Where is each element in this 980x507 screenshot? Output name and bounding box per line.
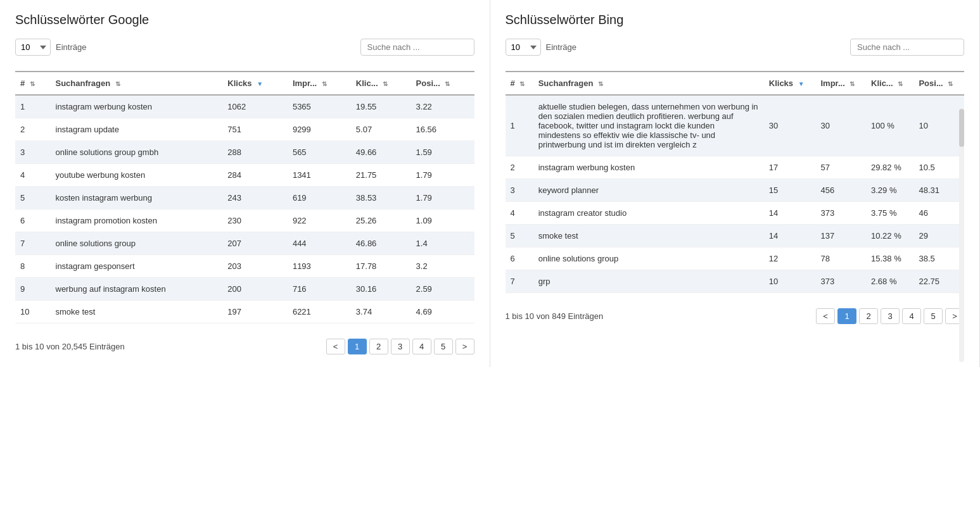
- bing-col-suchanfragen[interactable]: Suchanfragen ⇅: [533, 72, 764, 95]
- bing-col-klicks[interactable]: Klicks ▼: [764, 72, 816, 95]
- bing-entries-select[interactable]: 10 25 50 100: [506, 39, 541, 56]
- bing-page-2[interactable]: 2: [859, 308, 878, 324]
- bing-footer: 1 bis 10 von 849 Einträgen < 1 2 3 4 5 >: [506, 301, 965, 324]
- cell-impr: 1341: [288, 164, 351, 187]
- table-row: 5 kosten instagram werbung 243 619 38.53…: [15, 187, 474, 210]
- bing-sort-icon-num: ⇅: [519, 80, 525, 87]
- google-col-num[interactable]: # ⇅: [15, 72, 51, 95]
- bing-sort-icon-klic: ⇅: [898, 80, 903, 87]
- cell-suchanfragen: instagram werbung kosten: [51, 95, 223, 118]
- google-prev-btn[interactable]: <: [326, 339, 345, 354]
- bing-col-impr[interactable]: Impr... ⇅: [815, 72, 866, 95]
- bing-controls-left: 10 25 50 100 Einträge: [506, 39, 576, 56]
- cell-impr: 30: [815, 95, 866, 156]
- cell-num: 3: [15, 141, 51, 164]
- cell-impr: 922: [288, 210, 351, 232]
- cell-num: 9: [15, 278, 51, 301]
- google-entries-select[interactable]: 10 25 50 100: [15, 39, 51, 56]
- google-page-2[interactable]: 2: [369, 339, 388, 354]
- google-page-5[interactable]: 5: [434, 339, 453, 354]
- cell-klicks: 30: [764, 95, 816, 156]
- google-col-klic[interactable]: Klic... ⇅: [351, 72, 411, 95]
- google-col-impr[interactable]: Impr... ⇅: [288, 72, 351, 95]
- bing-search-input[interactable]: [850, 39, 964, 56]
- cell-suchanfragen: online solutions group: [533, 247, 764, 270]
- cell-posi: 10: [913, 95, 964, 156]
- cell-suchanfragen: aktuelle studien belegen, dass unternehm…: [533, 95, 764, 156]
- google-search-input[interactable]: [360, 39, 474, 56]
- cell-suchanfragen: online solutions group: [51, 232, 223, 255]
- cell-num: 4: [506, 202, 533, 225]
- cell-suchanfragen: instagram gesponsert: [51, 255, 223, 278]
- cell-num: 3: [506, 179, 533, 202]
- cell-posi: 2.59: [411, 278, 474, 301]
- table-row: 3 online solutions group gmbh 288 565 49…: [15, 141, 474, 164]
- cell-klic: 10.22 %: [866, 225, 913, 247]
- bing-sort-icon-impr: ⇅: [850, 80, 855, 87]
- bing-page-3[interactable]: 3: [881, 308, 900, 324]
- cell-klicks: 14: [764, 202, 816, 225]
- cell-impr: 9299: [288, 118, 351, 141]
- cell-num: 1: [15, 95, 51, 118]
- cell-num: 7: [15, 232, 51, 255]
- cell-klicks: 288: [222, 141, 288, 164]
- cell-posi: 1.79: [411, 164, 474, 187]
- bing-page-5[interactable]: 5: [924, 308, 943, 324]
- cell-klicks: 12: [764, 247, 816, 270]
- cell-suchanfragen: smoke test: [51, 301, 223, 323]
- cell-klic: 100 %: [866, 95, 913, 156]
- cell-klic: 21.75: [351, 164, 411, 187]
- cell-klicks: 203: [222, 255, 288, 278]
- cell-klic: 17.78: [351, 255, 411, 278]
- table-row: 2 instagram update 751 9299 5.07 16.56: [15, 118, 474, 141]
- cell-suchanfragen: smoke test: [533, 225, 764, 247]
- bing-col-klic[interactable]: Klic... ⇅: [866, 72, 913, 95]
- google-table: # ⇅ Suchanfragen ⇅ Klicks ▼ Impr... ⇅ Kl…: [15, 71, 474, 323]
- google-page-1[interactable]: 1: [348, 339, 367, 354]
- google-footer-text: 1 bis 10 von 20,545 Einträgen: [15, 342, 125, 351]
- bing-page-4[interactable]: 4: [902, 308, 921, 324]
- cell-num: 6: [506, 247, 533, 270]
- cell-num: 6: [15, 210, 51, 232]
- cell-num: 4: [15, 164, 51, 187]
- cell-num: 8: [15, 255, 51, 278]
- google-table-header: # ⇅ Suchanfragen ⇅ Klicks ▼ Impr... ⇅ Kl…: [15, 72, 474, 95]
- table-row: 9 werbung auf instagram kosten 200 716 3…: [15, 278, 474, 301]
- bing-prev-btn[interactable]: <: [816, 308, 835, 324]
- table-row: 4 instagram creator studio 14 373 3.75 %…: [506, 202, 965, 225]
- cell-klicks: 207: [222, 232, 288, 255]
- bing-page-1[interactable]: 1: [837, 308, 856, 324]
- cell-num: 5: [506, 225, 533, 247]
- cell-posi: 16.56: [411, 118, 474, 141]
- cell-num: 1: [506, 95, 533, 156]
- sort-icon-suchanfragen: ⇅: [115, 80, 120, 87]
- cell-posi: 3.2: [411, 255, 474, 278]
- table-row: 10 smoke test 197 6221 3.74 4.69: [15, 301, 474, 323]
- table-row: 8 instagram gesponsert 203 1193 17.78 3.…: [15, 255, 474, 278]
- cell-impr: 373: [815, 202, 866, 225]
- cell-suchanfragen: werbung auf instagram kosten: [51, 278, 223, 301]
- google-page-4[interactable]: 4: [412, 339, 431, 354]
- sort-icon-klic: ⇅: [383, 80, 388, 87]
- google-col-klicks[interactable]: Klicks ▼: [222, 72, 288, 95]
- bing-footer-text: 1 bis 10 von 849 Einträgen: [506, 311, 604, 321]
- google-next-btn[interactable]: >: [455, 339, 474, 354]
- bing-table-header: # ⇅ Suchanfragen ⇅ Klicks ▼ Impr... ⇅ Kl…: [506, 72, 965, 95]
- cell-klicks: 284: [222, 164, 288, 187]
- cell-klic: 3.75 %: [866, 202, 913, 225]
- cell-klicks: 243: [222, 187, 288, 210]
- cell-klic: 3.74: [351, 301, 411, 323]
- bing-col-posi[interactable]: Posi... ⇅: [913, 72, 964, 95]
- cell-klicks: 15: [764, 179, 816, 202]
- cell-posi: 38.5: [913, 247, 964, 270]
- cell-posi: 29: [913, 225, 964, 247]
- cell-num: 2: [506, 156, 533, 179]
- table-row: 1 aktuelle studien belegen, dass unterne…: [506, 95, 965, 156]
- google-col-posi[interactable]: Posi... ⇅: [411, 72, 474, 95]
- bing-col-num[interactable]: # ⇅: [506, 72, 533, 95]
- cell-klic: 46.86: [351, 232, 411, 255]
- cell-posi: 1.09: [411, 210, 474, 232]
- google-page-3[interactable]: 3: [391, 339, 410, 354]
- google-col-suchanfragen[interactable]: Suchanfragen ⇅: [51, 72, 223, 95]
- cell-klicks: 200: [222, 278, 288, 301]
